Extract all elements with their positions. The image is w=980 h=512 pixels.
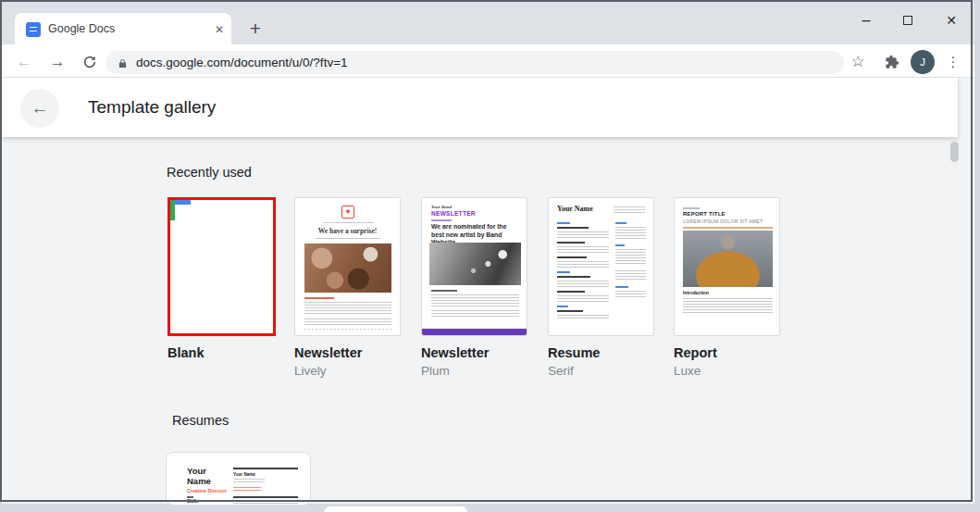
tab-close-icon[interactable]: ✕	[210, 20, 229, 39]
template-subtitle: Luxe	[674, 364, 780, 378]
template-name: Newsletter	[421, 345, 527, 360]
back-icon[interactable]: ←	[12, 50, 36, 74]
section-heading-recently-used: Recently used	[167, 165, 252, 180]
forward-icon[interactable]: →	[45, 50, 69, 74]
window-close-button[interactable]: ✕	[937, 8, 965, 32]
plum-masthead: NEWSLETTER	[431, 210, 476, 217]
template-name: Resume	[548, 345, 654, 360]
template-name: Blank	[167, 345, 276, 360]
maximize-icon	[903, 16, 912, 25]
template-card-report-luxe[interactable]: REPORT TITLE LOREM IPSUM DOLOR SIT AMET …	[674, 197, 780, 378]
google-plus-icon	[167, 197, 191, 220]
extensions-puzzle-icon[interactable]	[881, 51, 903, 73]
coral-last: Name	[187, 476, 211, 486]
lock-icon[interactable]	[118, 56, 130, 70]
new-tab-button[interactable]: +	[242, 17, 268, 42]
template-card-newsletter-lively[interactable]: ♥ We have a surprise! Newsletter Lively	[294, 197, 401, 378]
template-subtitle: Serif	[548, 364, 654, 378]
heart-icon: ♥	[341, 206, 354, 219]
luxe-title: REPORT TITLE	[683, 211, 726, 217]
luxe-thumbnail: REPORT TITLE LOREM IPSUM DOLOR SIT AMET …	[674, 197, 780, 336]
template-card-blank[interactable]: Blank	[167, 197, 276, 360]
coral-role: Creative Director	[187, 488, 227, 493]
scrollbar-thumb[interactable]	[950, 142, 959, 162]
gallery-back-button[interactable]: ←	[20, 89, 59, 128]
bookmark-star-icon[interactable]: ☆	[846, 50, 870, 74]
lively-photo	[304, 244, 391, 293]
template-card-resume-serif-2[interactable]: Your Name EXPERIENCE SKILLS Company, Loc…	[323, 506, 468, 512]
coral-first: Your	[187, 466, 206, 476]
template-card-newsletter-plum[interactable]: Your Band NEWSLETTER We are nominated fo…	[421, 197, 527, 378]
luxe-photo	[683, 231, 773, 287]
plum-footer-bar	[422, 329, 527, 335]
template-subtitle: Lively	[294, 364, 401, 378]
lively-headline: We have a surprise!	[295, 227, 400, 235]
coral-skills: Skills	[187, 499, 199, 504]
maximize-button[interactable]	[894, 8, 922, 32]
plum-thumbnail: Your Band NEWSLETTER We are nominated fo…	[421, 197, 527, 336]
serif-thumbnail: Your Name	[548, 197, 654, 336]
template-subtitle: Plum	[421, 364, 527, 378]
google-docs-favicon-icon	[26, 22, 41, 37]
page-title: Template gallery	[88, 78, 216, 137]
doc-lines-decor	[30, 27, 37, 33]
profile-avatar[interactable]: J	[911, 50, 935, 74]
template-card-resume-coral[interactable]: Your Name Creative Director Your Name Sk…	[166, 452, 311, 506]
tab-title: Google Docs	[48, 13, 115, 44]
url-text[interactable]: docs.google.com/document/u/0/?ftv=1	[136, 51, 348, 74]
section-heading-resumes: Resumes	[172, 413, 229, 428]
luxe-subtitle: LOREM IPSUM DOLOR SIT AMET	[683, 219, 763, 224]
minimize-button[interactable]: –	[852, 8, 880, 32]
coral-side-name: Your Name	[233, 472, 255, 477]
lively-thumbnail: ♥ We have a surprise!	[294, 197, 401, 336]
blank-thumbnail	[167, 197, 276, 336]
plum-brand: Your Band	[431, 205, 452, 209]
template-name: Newsletter	[294, 345, 401, 360]
plum-guitar-photo	[429, 243, 521, 285]
reload-icon[interactable]	[78, 50, 102, 74]
template-name: Report	[674, 345, 780, 360]
luxe-section: Introduction	[683, 291, 709, 295]
serif-name: Your Name	[557, 205, 593, 213]
browser-menu-icon[interactable]: ⋮	[943, 50, 963, 74]
template-card-resume-serif[interactable]: Your Name Resume Serif	[548, 197, 654, 378]
